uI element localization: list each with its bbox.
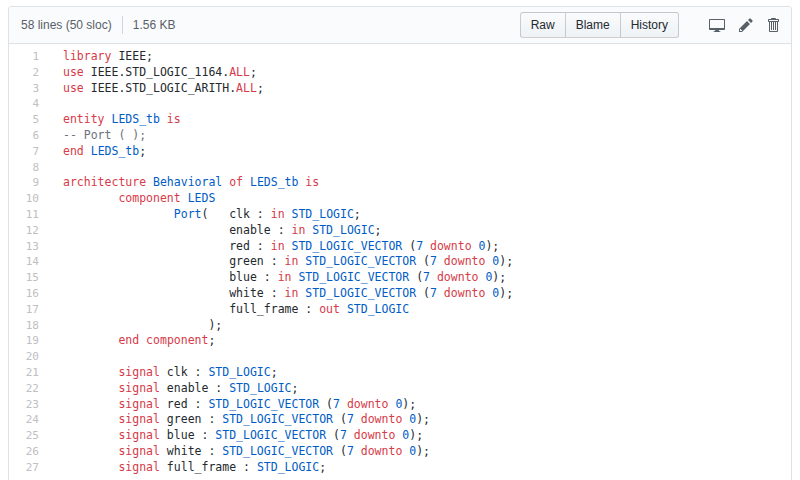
code-line: 8 [9,160,791,176]
code-line: 17 full_frame : out STD_LOGIC [9,302,791,318]
code-line-text [39,349,63,365]
code-line-text: white : in STD_LOGIC_VECTOR (7 downto 0)… [39,286,513,302]
line-number[interactable]: 17 [9,302,39,318]
line-number[interactable]: 19 [9,333,39,349]
code-line-text [39,160,63,176]
line-number[interactable]: 11 [9,207,39,223]
line-number[interactable]: 21 [9,365,39,381]
code-line-text: end LEDS_tb; [39,144,146,160]
line-number[interactable]: 14 [9,254,39,270]
line-number[interactable]: 4 [9,96,39,112]
code-line: 15 blue : in STD_LOGIC_VECTOR (7 downto … [9,270,791,286]
line-number[interactable]: 23 [9,397,39,413]
line-number[interactable]: 9 [9,175,39,191]
line-number[interactable]: 10 [9,191,39,207]
line-number[interactable]: 20 [9,349,39,365]
trash-icon [767,17,779,33]
line-number[interactable]: 7 [9,144,39,160]
line-number[interactable]: 22 [9,381,39,397]
code-line-text: signal white : STD_LOGIC_VECTOR (7 downt… [39,444,430,460]
code-line: 18 ); [9,318,791,334]
code-line-text: signal enable : STD_LOGIC; [39,381,298,397]
code-line-text: signal green : STD_LOGIC_VECTOR (7 downt… [39,412,430,428]
code-line-text: signal red : STD_LOGIC_VECTOR (7 downto … [39,397,416,413]
code-line-text: use IEEE.STD_LOGIC_1164.ALL; [39,65,257,81]
code-line: 22 signal enable : STD_LOGIC; [9,381,791,397]
line-number[interactable]: 3 [9,81,39,97]
line-number[interactable]: 27 [9,460,39,476]
code-line-text [39,96,63,112]
file-size: 1.56 KB [133,18,176,32]
line-number[interactable]: 12 [9,223,39,239]
code-line: 5entity LEDS_tb is [9,112,791,128]
code-line-text: -- Port ( ); [39,128,146,144]
code-line: 14 green : in STD_LOGIC_VECTOR (7 downto… [9,254,791,270]
code-line: 24 signal green : STD_LOGIC_VECTOR (7 do… [9,412,791,428]
line-number[interactable]: 24 [9,412,39,428]
code-line-text: library IEEE; [39,49,153,65]
code-line-text: architecture Behavioral of LEDS_tb is [39,175,319,191]
raw-button[interactable]: Raw [520,12,566,39]
code-line: 7end LEDS_tb; [9,144,791,160]
code-line: 11 Port( clk : in STD_LOGIC; [9,207,791,223]
line-number[interactable]: 2 [9,65,39,81]
info-divider [122,16,123,34]
code-line: 23 signal red : STD_LOGIC_VECTOR (7 down… [9,397,791,413]
file-view: 58 lines (50 sloc) 1.56 KB Raw Blame His… [8,6,792,480]
blame-button[interactable]: Blame [565,12,621,39]
code-line: 6-- Port ( ); [9,128,791,144]
code-line-text: end component; [39,333,215,349]
pencil-icon [739,17,753,33]
code-line-text: enable : in STD_LOGIC; [39,223,382,239]
code-line: 1library IEEE; [9,49,791,65]
delete-button[interactable] [767,17,779,33]
code-line: 26 signal white : STD_LOGIC_VECTOR (7 do… [9,444,791,460]
line-number[interactable]: 15 [9,270,39,286]
line-number[interactable]: 18 [9,318,39,334]
edit-button[interactable] [739,17,753,33]
line-number[interactable]: 26 [9,444,39,460]
desktop-icon [709,17,725,33]
code-line-text: Port( clk : in STD_LOGIC; [39,207,361,223]
code-line: 21 signal clk : STD_LOGIC; [9,365,791,381]
code-line-text: signal blue : STD_LOGIC_VECTOR (7 downto… [39,428,423,444]
code-line-text: red : in STD_LOGIC_VECTOR (7 downto 0); [39,239,499,255]
code-line: 10 component LEDS [9,191,791,207]
line-number[interactable]: 6 [9,128,39,144]
code-line: 13 red : in STD_LOGIC_VECTOR (7 downto 0… [9,239,791,255]
code-line-text: entity LEDS_tb is [39,112,181,128]
code-line-text: green : in STD_LOGIC_VECTOR (7 downto 0)… [39,254,513,270]
code-line-text: full_frame : out STD_LOGIC [39,302,409,318]
code-line: 4 [9,96,791,112]
code-line: 3use IEEE.STD_LOGIC_ARITH.ALL; [9,81,791,97]
code-line-text: component LEDS [39,191,215,207]
line-number[interactable]: 16 [9,286,39,302]
code-line: 25 signal blue : STD_LOGIC_VECTOR (7 dow… [9,428,791,444]
view-mode-button-group: Raw Blame History [520,12,679,39]
code-line-text: signal full_frame : STD_LOGIC; [39,460,326,476]
code-line: 9architecture Behavioral of LEDS_tb is [9,175,791,191]
code-line-text: signal clk : STD_LOGIC; [39,365,278,381]
open-in-desktop-button[interactable] [709,17,725,33]
code-line: 19 end component; [9,333,791,349]
file-info: 58 lines (50 sloc) 1.56 KB [21,16,175,34]
code-line-text: blue : in STD_LOGIC_VECTOR (7 downto 0); [39,270,506,286]
code-line: 12 enable : in STD_LOGIC; [9,223,791,239]
code-blob: 1library IEEE;2use IEEE.STD_LOGIC_1164.A… [9,44,791,480]
line-number[interactable]: 8 [9,160,39,176]
line-number[interactable]: 13 [9,239,39,255]
code-line-text: ); [39,318,222,334]
code-line: 27 signal full_frame : STD_LOGIC; [9,460,791,476]
code-line-text: use IEEE.STD_LOGIC_ARITH.ALL; [39,81,264,97]
file-actions: Raw Blame History [520,12,779,39]
line-number[interactable]: 25 [9,428,39,444]
code-line: 20 [9,349,791,365]
lines-sloc-info: 58 lines (50 sloc) [21,18,112,32]
line-number[interactable]: 5 [9,112,39,128]
code-line: 16 white : in STD_LOGIC_VECTOR (7 downto… [9,286,791,302]
code-line: 2use IEEE.STD_LOGIC_1164.ALL; [9,65,791,81]
history-button[interactable]: History [620,12,679,39]
line-number[interactable]: 1 [9,49,39,65]
file-header: 58 lines (50 sloc) 1.56 KB Raw Blame His… [9,7,791,44]
